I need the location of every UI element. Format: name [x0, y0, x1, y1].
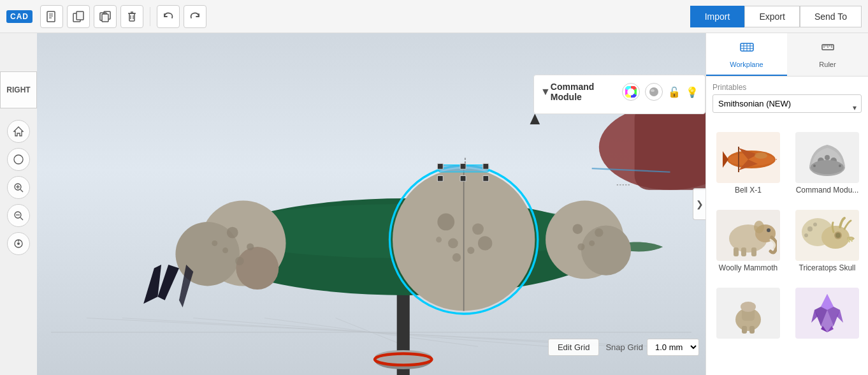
undo-button[interactable]: [157, 5, 180, 28]
light-icon[interactable]: 💡: [686, 86, 698, 98]
svg-rect-128: [749, 326, 755, 334]
svg-point-123: [804, 233, 808, 237]
cmd-panel-icons: 🔓 💡: [622, 83, 698, 101]
svg-point-58: [436, 237, 442, 242]
smithsonian-select-wrapper: Smithsonian (NEW) ▾: [712, 94, 862, 121]
workplane-icon: [739, 40, 755, 58]
svg-rect-64: [437, 163, 443, 169]
tab-workplane[interactable]: Workplane: [706, 33, 787, 76]
sidebar-content: Printables Smithsonian (NEW) ▾: [706, 77, 868, 375]
svg-point-46: [212, 240, 217, 246]
printables-label: Printables: [712, 83, 746, 92]
collapse-sidebar-button[interactable]: ❯: [693, 188, 705, 220]
redo-button[interactable]: [184, 5, 206, 28]
svg-rect-110: [734, 247, 739, 256]
item-woolly-mammoth[interactable]: Woolly Mammoth: [712, 206, 784, 276]
select-mode-button[interactable]: [7, 148, 30, 171]
svg-point-78: [628, 89, 633, 94]
cmd-collapse-button[interactable]: ▼: [540, 86, 551, 98]
item-command-module[interactable]: Command Modu...: [792, 128, 863, 198]
triceratops-skull-thumb: [795, 210, 859, 261]
svg-point-55: [472, 223, 484, 235]
color-wheel-icon[interactable]: [622, 83, 640, 101]
tab-ruler[interactable]: Ruler: [787, 33, 868, 76]
svg-point-57: [467, 247, 474, 254]
item-bell-x1[interactable]: Bell X-1: [712, 128, 784, 198]
view-cube[interactable]: RIGHT: [0, 71, 37, 108]
home-view-button[interactable]: [7, 120, 30, 143]
svg-point-121: [807, 226, 813, 232]
logo: CAD: [6, 10, 33, 23]
logo-area: CAD: [6, 10, 33, 23]
smithsonian-select[interactable]: Smithsonian (NEW): [712, 94, 862, 113]
svg-point-59: [478, 236, 492, 250]
export-button[interactable]: Export: [744, 6, 799, 27]
edit-grid-button[interactable]: Edit Grid: [548, 339, 600, 356]
toolbar-separator-1: [150, 7, 150, 26]
3d-viewport[interactable]: ▼ Command Module: [37, 33, 705, 375]
svg-rect-9: [129, 13, 134, 21]
bell-x1-thumb: [716, 132, 780, 183]
svg-point-51: [577, 243, 584, 250]
duplicate-button[interactable]: [94, 5, 117, 28]
zoom-out-button[interactable]: [7, 204, 30, 227]
svg-point-80: [651, 89, 655, 92]
svg-rect-67: [483, 175, 489, 181]
zoom-in-button[interactable]: [7, 176, 30, 199]
svg-point-54: [437, 214, 454, 231]
material-icon[interactable]: [645, 83, 663, 101]
svg-point-60: [452, 253, 461, 261]
svg-point-42: [227, 227, 238, 239]
copy-button[interactable]: [67, 5, 90, 28]
printables-header: Printables: [712, 83, 862, 92]
bottom2-thumb: [795, 288, 859, 339]
item-bottom-2[interactable]: [792, 284, 863, 345]
bell-x1-label: Bell X-1: [735, 186, 762, 195]
ruler-icon: [820, 40, 835, 58]
sidebar-top-tabs: Workplane Ruler: [706, 33, 868, 77]
svg-marker-130: [821, 294, 834, 310]
svg-point-56: [448, 239, 458, 249]
item-bottom-1[interactable]: [712, 284, 784, 345]
toolbar: CAD Import Export Send To: [0, 0, 868, 33]
ruler-label: Ruler: [819, 61, 835, 68]
svg-point-50: [589, 240, 595, 246]
svg-point-113: [767, 228, 770, 232]
svg-point-104: [825, 155, 830, 160]
send-to-button[interactable]: Send To: [800, 6, 862, 27]
cmd-panel-title: Command Module: [551, 82, 622, 102]
bottom-controls: Edit Grid Snap Grid 1.0 mm 0.5 mm 2.0 mm…: [548, 339, 699, 356]
svg-point-48: [581, 226, 631, 276]
right-sidebar: Workplane Ruler Printables Smithsonian (…: [705, 33, 868, 375]
import-button[interactable]: Import: [690, 6, 745, 27]
lock-icon[interactable]: 🔓: [668, 86, 681, 98]
svg-point-23: [17, 242, 20, 245]
command-module-label: Command Modu...: [796, 186, 859, 195]
woolly-mammoth-label: Woolly Mammoth: [719, 263, 778, 272]
svg-rect-0: [47, 11, 55, 22]
svg-point-79: [649, 87, 658, 96]
svg-marker-98: [723, 151, 728, 168]
svg-rect-65: [483, 163, 489, 169]
rotate-button[interactable]: [7, 232, 30, 255]
svg-point-106: [813, 165, 816, 167]
svg-rect-5: [76, 11, 83, 20]
svg-marker-94: [776, 158, 777, 161]
svg-point-45: [235, 257, 243, 265]
bottom1-thumb: [716, 288, 780, 339]
new-button[interactable]: [40, 5, 63, 28]
snap-grid-select[interactable]: 1.0 mm 0.5 mm 2.0 mm 5.0 mm: [647, 339, 699, 356]
svg-point-118: [835, 233, 841, 238]
printables-grid: Bell X-1: [712, 128, 862, 345]
svg-point-43: [247, 243, 254, 250]
svg-point-126: [741, 302, 756, 312]
svg-rect-32: [635, 105, 705, 190]
svg-point-122: [813, 223, 817, 226]
svg-point-44: [222, 247, 228, 253]
command-module-thumb: [795, 132, 859, 183]
item-triceratops-skull[interactable]: Triceratops Skull: [792, 206, 863, 276]
delete-button[interactable]: [120, 5, 143, 28]
triceratops-skull-label: Triceratops Skull: [799, 263, 856, 272]
svg-marker-72: [530, 114, 540, 124]
snap-grid-label: Snap Grid: [605, 342, 643, 352]
